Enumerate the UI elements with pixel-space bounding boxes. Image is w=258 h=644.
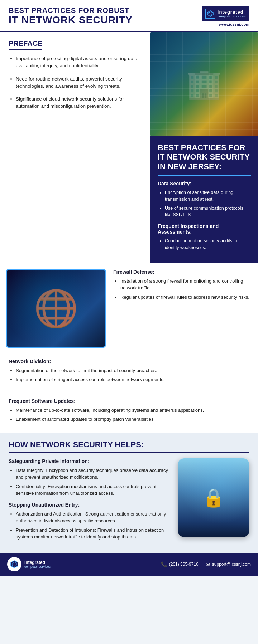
list-item: Conducting routine security audits to id…: [165, 238, 251, 251]
how-content: Safeguarding Private Information: Data I…: [9, 458, 249, 546]
stopping-label: Stopping Unauthorized Entry:: [9, 502, 172, 508]
list-item: Implementation of stringent access contr…: [16, 376, 249, 383]
list-item: Use of secure communication protocols li…: [165, 205, 251, 219]
list-item: Confidentiality: Encryption mechanisms a…: [16, 483, 172, 497]
list-item: Need for routine network audits, powerfu…: [16, 75, 145, 90]
logo-icon: [205, 9, 215, 19]
safeguarding-list: Data Integrity: Encryption and security …: [9, 467, 172, 497]
footer-logo-text: integrated computer services: [24, 560, 51, 569]
svg-marker-1: [209, 12, 212, 15]
building-image: [150, 32, 258, 136]
firewall-section: Firewall Defense: Installation of a stro…: [0, 263, 258, 353]
software-updates-list: Maintenance of up-to-date software, incl…: [9, 407, 249, 423]
logo-badge: integrated computer services: [202, 6, 249, 21]
preface-heading: PREFACE: [9, 39, 42, 50]
header-website: www.icssnj.com: [219, 22, 249, 26]
list-item: Importance of protecting digital assets …: [16, 55, 145, 70]
right-column: BEST PRACTICES FOR IT NETWORK SECURITY I…: [150, 32, 258, 263]
how-heading: HOW NETWORK SECURITY HELPS:: [9, 440, 249, 453]
frequent-inspections-label: Frequent Inspections and Assessments:: [158, 223, 251, 235]
stopping-list: Authorization and Authentication: Strong…: [9, 511, 172, 541]
bp-title: BEST PRACTICES FOR IT NETWORK SECURITY I…: [158, 143, 251, 176]
software-updates-section: Frequent Software Updates: Maintenance o…: [0, 393, 258, 433]
header-logo-block: integrated computer services www.icssnj.…: [202, 6, 249, 26]
footer-logo-main: integrated: [24, 560, 51, 565]
how-right: [178, 458, 249, 546]
email-icon: ✉: [206, 561, 210, 567]
best-practices-dark-box: BEST PRACTICES FOR IT NETWORK SECURITY I…: [150, 136, 258, 263]
safeguarding-label: Safeguarding Private Information:: [9, 458, 172, 464]
logo-text: integrated computer services: [218, 9, 246, 18]
data-security-label: Data Security:: [158, 181, 251, 186]
software-updates-label: Frequent Software Updates:: [9, 398, 249, 404]
svg-marker-2: [11, 561, 18, 568]
list-item: Maintenance of up-to-date software, incl…: [16, 407, 249, 414]
firewall-label: Firewall Defense:: [113, 269, 251, 275]
how-left: Safeguarding Private Information: Data I…: [9, 458, 178, 546]
list-item: Installation of a strong firewall for mo…: [120, 278, 251, 292]
list-item: Encryption of sensitive data during tran…: [165, 189, 251, 203]
list-item: Data Integrity: Encryption and security …: [16, 467, 172, 481]
footer-email: ✉ support@icssnj.com: [206, 561, 251, 567]
frequent-inspections-list: Conducting routine security audits to id…: [158, 238, 251, 251]
header-title-block: BEST PRACTICES FOR ROBUST IT NETWORK SEC…: [9, 6, 133, 26]
network-division-section: Network Division: Segmentation of the ne…: [0, 353, 258, 393]
list-item: Enablement of automated updates to promp…: [16, 416, 249, 423]
footer-email-address: support@icssnj.com: [212, 562, 251, 567]
page-footer: integrated computer services 📞 (201) 365…: [0, 553, 258, 576]
firewall-list: Installation of a strong firewall for mo…: [113, 278, 251, 301]
footer-contact: 📞 (201) 365-9716 ✉ support@icssnj.com: [161, 561, 251, 567]
header-title-bottom: IT NETWORK SECURITY: [9, 15, 133, 26]
network-division-label: Network Division:: [9, 358, 249, 364]
phone-icon: 📞: [161, 561, 167, 567]
data-security-list: Encryption of sensitive data during tran…: [158, 189, 251, 218]
svg-marker-0: [207, 11, 213, 16]
footer-logo-icon: [7, 557, 22, 571]
phone-image: [178, 458, 249, 537]
list-item: Segmentation of the network to limit the…: [16, 367, 249, 374]
page-header: BEST PRACTICES FOR ROBUST IT NETWORK SEC…: [0, 0, 258, 32]
footer-logo: integrated computer services: [7, 557, 51, 571]
footer-phone-number: (201) 365-9716: [169, 562, 199, 567]
network-division-list: Segmentation of the network to limit the…: [9, 367, 249, 383]
list-item: Regular updates of firewall rules to add…: [120, 294, 251, 301]
footer-phone: 📞 (201) 365-9716: [161, 561, 199, 567]
preface-bullet-list: Importance of protecting digital assets …: [9, 55, 145, 110]
preface-row: PREFACE Importance of protecting digital…: [0, 32, 258, 263]
list-item: Significance of cloud network security s…: [16, 96, 145, 110]
header-title-top: BEST PRACTICES FOR ROBUST: [9, 6, 133, 15]
how-section: HOW NETWORK SECURITY HELPS: Safeguarding…: [0, 433, 258, 553]
globe-image: [6, 269, 106, 348]
preface-left: PREFACE Importance of protecting digital…: [0, 32, 150, 263]
list-item: Authorization and Authentication: Strong…: [16, 511, 172, 525]
footer-logo-sub: computer services: [24, 565, 51, 569]
firewall-content: Firewall Defense: Installation of a stro…: [112, 263, 258, 353]
list-item: Prevention and Detection of Intrusions: …: [16, 527, 172, 541]
